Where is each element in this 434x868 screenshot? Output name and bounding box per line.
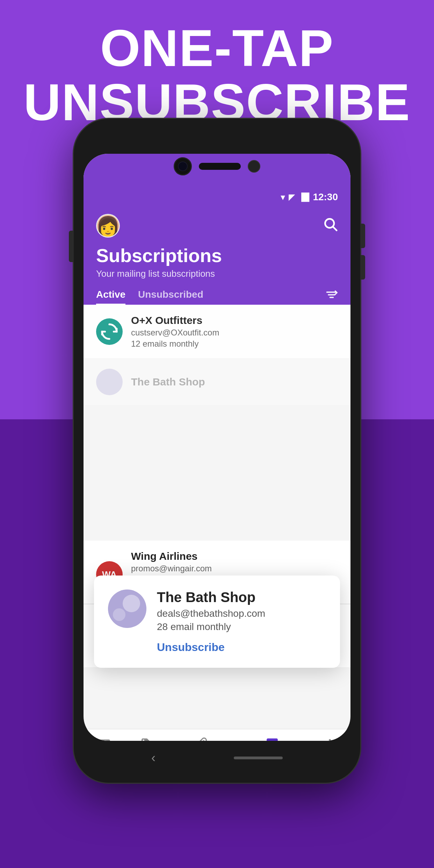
oxoutfitters-info: O+X Outfitters custserv@OXoutfit.com 12 …: [131, 314, 338, 349]
volume-up-button: [360, 224, 365, 248]
bottom-navigation: Inbox Deals: [84, 729, 350, 741]
attachments-icon: [195, 737, 209, 741]
oxoutfitters-name: O+X Outfitters: [131, 314, 338, 326]
status-bar: ▾ ◤ ▐█ 12:30: [84, 187, 350, 207]
subscriptions-icon: [266, 737, 279, 741]
wingairlines-name: Wing Airlines: [131, 550, 338, 562]
sort-button[interactable]: [325, 289, 338, 305]
bathshop-unsubscribe-button[interactable]: Unsubscribe: [157, 641, 326, 654]
bathshop-freq: 28 email monthly: [157, 621, 326, 632]
bathshop-info: The Bath Shop deals@thebathshop.com 28 e…: [157, 589, 326, 654]
svg-line-1: [333, 227, 337, 230]
signal-icon: ◤: [289, 192, 295, 202]
inbox-icon: [98, 737, 111, 741]
bathshop-expanded-card[interactable]: The Bath Shop deals@thebathshop.com 28 e…: [94, 576, 340, 668]
subscription-item-oxoutfitters[interactable]: O+X Outfitters custserv@OXoutfit.com 12 …: [84, 305, 350, 359]
wifi-icon: ▾: [281, 192, 285, 203]
page-title: Subscriptions: [96, 245, 338, 266]
phone-screen: ▾ ◤ ▐█ 12:30: [84, 154, 350, 741]
bathshop-expanded-area: The Bath Shop The Bath Shop deals@thebat…: [84, 359, 350, 541]
power-button: [69, 231, 74, 262]
nav-subscriptions[interactable]: Subscriptions: [247, 737, 298, 741]
back-button[interactable]: ‹: [151, 751, 155, 765]
home-indicator[interactable]: [234, 757, 283, 759]
volume-down-button: [360, 255, 365, 280]
bathshop-row-bg: The Bath Shop: [84, 359, 350, 405]
phone-shell: ▾ ◤ ▐█ 12:30: [74, 119, 360, 783]
bathshop-name: The Bath Shop: [157, 589, 326, 605]
search-button[interactable]: [323, 216, 338, 235]
headline-line1: ONE-TAP: [0, 21, 434, 75]
tab-active[interactable]: Active: [96, 289, 125, 305]
page-subtitle: Your mailing list subscriptions: [96, 268, 338, 279]
headline: ONE-TAP UNSUBSCRIBE: [0, 21, 434, 130]
avatar-image: [97, 215, 119, 237]
wingairlines-email: promos@wingair.com: [131, 564, 338, 573]
tabs-row: Active Unsubscribed: [96, 289, 338, 305]
oxoutfitters-logo: [96, 318, 123, 345]
nav-attachments[interactable]: Attachments: [180, 737, 223, 741]
oxoutfitters-freq: 12 emails monthly: [131, 339, 338, 349]
phone-device: ▾ ◤ ▐█ 12:30: [74, 119, 360, 783]
phone-nav-bar: ‹: [112, 751, 322, 765]
speaker-grille: [199, 163, 241, 170]
oxoutfitters-email: custserv@OXoutfit.com: [131, 328, 338, 338]
nav-deals[interactable]: Deals: [137, 737, 157, 741]
deals-icon: [140, 737, 154, 741]
tab-unsubscribed[interactable]: Unsubscribed: [138, 289, 203, 305]
svg-point-13: [329, 739, 331, 741]
status-time: 12:30: [313, 191, 338, 203]
user-avatar[interactable]: [96, 214, 120, 238]
nav-inbox[interactable]: Inbox: [95, 737, 114, 741]
nav-more[interactable]: More: [321, 737, 339, 741]
camera-right: [248, 160, 260, 173]
more-icon: [323, 737, 337, 741]
battery-icon: ▐█: [298, 193, 309, 202]
subscription-list[interactable]: O+X Outfitters custserv@OXoutfit.com 12 …: [84, 305, 350, 729]
bathshop-email: deals@thebathshop.com: [157, 608, 326, 619]
camera-left: [174, 157, 192, 175]
bathshop-logo: [108, 589, 146, 628]
app-header: Subscriptions Your mailing list subscrip…: [84, 207, 350, 305]
status-icons: ▾ ◤ ▐█ 12:30: [281, 191, 338, 203]
